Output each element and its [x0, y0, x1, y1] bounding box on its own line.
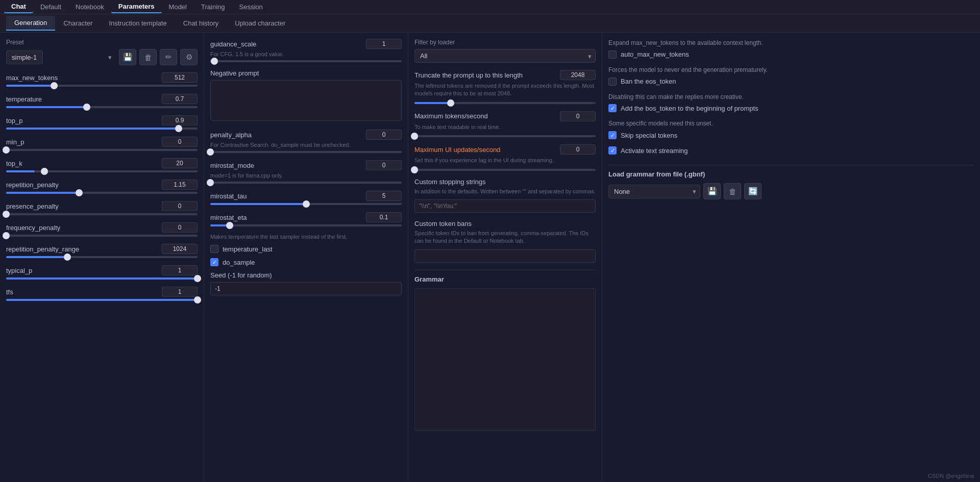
slider-top-k[interactable]: [6, 170, 198, 172]
slider-top-p[interactable]: [6, 128, 198, 130]
temperature-last-checkbox-row[interactable]: temperature_last: [210, 245, 402, 253]
max-tokens-second-value[interactable]: [560, 111, 596, 121]
mirostat-mode-value[interactable]: [366, 160, 402, 170]
mirostat-tau-value[interactable]: [366, 191, 402, 201]
grammar-select-wrap: None: [608, 185, 700, 198]
col-params: Preset simple-1 💾 🗑 ✏ ⚙ max_new_tokens: [0, 33, 204, 482]
stream-checkbox[interactable]: ✓: [608, 146, 617, 155]
tab-instruction-template[interactable]: Instruction template: [101, 16, 175, 30]
slider-mirostat-mode[interactable]: [210, 182, 402, 184]
slider-mirostat-eta[interactable]: [210, 224, 402, 226]
do-sample-checkbox-row[interactable]: ✓ do_sample: [210, 258, 402, 266]
grammar-textarea[interactable]: [414, 288, 596, 431]
max-ui-updates-value[interactable]: [560, 144, 596, 155]
param-name-presence-penalty: presence_penalty: [6, 202, 59, 210]
nav-training[interactable]: Training: [194, 1, 232, 13]
auto-max-label: auto_max_new_tokens: [621, 50, 689, 58]
ban-eos-checkbox[interactable]: [608, 78, 617, 86]
nav-parameters[interactable]: Parameters: [111, 1, 162, 13]
slider-max-new-tokens[interactable]: [6, 85, 198, 87]
seed-input[interactable]: [210, 282, 402, 295]
mirostat-eta-value[interactable]: [366, 212, 402, 222]
skip-special-checkbox-row[interactable]: ✓ Skip special tokens: [608, 131, 974, 139]
skip-special-label: Skip special tokens: [621, 132, 677, 139]
param-value-top-k[interactable]: [162, 158, 198, 168]
temperature-last-checkbox[interactable]: [210, 245, 218, 253]
bos-checkbox[interactable]: ✓: [608, 104, 617, 112]
param-value-typical-p[interactable]: [162, 265, 198, 275]
param-value-min-p[interactable]: [162, 137, 198, 147]
nav-chat[interactable]: Chat: [4, 1, 33, 13]
custom-stopping-input[interactable]: [414, 199, 596, 213]
slider-tfs[interactable]: [6, 299, 198, 301]
skip-special-checkbox[interactable]: ✓: [608, 131, 617, 139]
tab-upload-character[interactable]: Upload character: [227, 16, 293, 30]
slider-mirostat-tau[interactable]: [210, 203, 402, 205]
preset-save-btn[interactable]: 💾: [119, 49, 136, 65]
slider-presence-penalty[interactable]: [6, 213, 198, 215]
slider-min-p[interactable]: [6, 149, 198, 151]
param-value-top-p[interactable]: [162, 115, 198, 125]
guidance-scale-section: guidance_scale For CFG. 1.5 is a good va…: [210, 39, 402, 62]
preset-icon4-btn[interactable]: ⚙: [180, 49, 198, 65]
nav-default[interactable]: Default: [33, 1, 68, 13]
param-max-new-tokens: max_new_tokens: [6, 72, 198, 87]
grammar-delete-btn[interactable]: 🗑: [724, 183, 741, 199]
slider-penalty-alpha[interactable]: [210, 151, 402, 153]
param-value-tfs[interactable]: [162, 287, 198, 297]
slider-max-ui-updates[interactable]: [414, 169, 596, 171]
guidance-scale-sublabel: For CFG. 1.5 is a good value.: [210, 51, 402, 57]
slider-repetition-penalty-range[interactable]: [6, 256, 198, 258]
nav-model[interactable]: Model: [162, 1, 194, 13]
bos-checkbox-row[interactable]: ✓ Add the bos_token to the beginning of …: [608, 104, 974, 112]
slider-temperature[interactable]: [6, 106, 198, 108]
filter-loader-label: Filter by loader: [414, 39, 596, 46]
tab-generation[interactable]: Generation: [6, 16, 55, 31]
guidance-scale-value[interactable]: [366, 39, 402, 49]
param-name-max-new-tokens: max_new_tokens: [6, 74, 58, 82]
preset-select[interactable]: simple-1: [6, 50, 43, 64]
do-sample-checkbox[interactable]: ✓: [210, 258, 218, 266]
filter-loader-select[interactable]: All: [414, 49, 596, 63]
negative-prompt-input[interactable]: [210, 80, 402, 121]
slider-guidance-scale[interactable]: [210, 60, 402, 62]
tab-chat-history[interactable]: Chat history: [175, 16, 227, 30]
param-value-frequency-penalty[interactable]: [162, 222, 198, 233]
stream-checkbox-row[interactable]: ✓ Activate text streaming: [608, 146, 974, 155]
grammar-divider: [414, 270, 596, 270]
preset-icon3-btn[interactable]: ✏: [160, 49, 177, 65]
auto-max-checkbox-row[interactable]: auto_max_new_tokens: [608, 50, 974, 59]
slider-max-tokens-second[interactable]: [414, 135, 596, 137]
grammar-refresh-btn[interactable]: 🔄: [744, 183, 762, 199]
custom-token-bans-input[interactable]: [414, 249, 596, 263]
custom-token-bans-title: Custom token bans: [414, 220, 596, 227]
do-sample-cb-label: do_sample: [223, 259, 255, 266]
param-value-presence-penalty[interactable]: [162, 201, 198, 211]
param-name-tfs: tfs: [6, 288, 13, 296]
param-value-repetition-penalty-range[interactable]: [162, 244, 198, 254]
ban-eos-checkbox-row[interactable]: Ban the eos_token: [608, 78, 974, 86]
param-presence-penalty: presence_penalty: [6, 201, 198, 215]
nav-session[interactable]: Session: [232, 1, 270, 13]
grammar-select[interactable]: None: [608, 185, 700, 198]
param-temperature: temperature: [6, 94, 198, 108]
slider-repetition-penalty[interactable]: [6, 192, 198, 194]
tab-character[interactable]: Character: [55, 16, 101, 30]
slider-typical-p[interactable]: [6, 277, 198, 280]
max-tokens-second-section: Maximum tokens/second To make text reada…: [414, 111, 596, 137]
grammar-save-btn[interactable]: 💾: [703, 183, 721, 199]
custom-token-bans-section: Custom token bans Specific token IDs to …: [414, 220, 596, 263]
auto-max-checkbox[interactable]: [608, 50, 617, 59]
truncate-value[interactable]: [560, 70, 596, 80]
slider-truncate[interactable]: [414, 102, 596, 104]
bos-desc: Disabling this can make the replies more…: [608, 93, 974, 102]
param-value-max-new-tokens[interactable]: [162, 72, 198, 83]
preset-icon2-btn[interactable]: 🗑: [139, 49, 157, 65]
nav-notebook[interactable]: Notebook: [68, 1, 111, 13]
ban-eos-desc: Forces the model to never end the genera…: [608, 66, 974, 74]
penalty-alpha-value[interactable]: [366, 130, 402, 140]
param-value-repetition-penalty[interactable]: [162, 180, 198, 190]
mirostat-eta-label: mirostat_eta: [210, 214, 247, 221]
param-value-temperature[interactable]: [162, 94, 198, 104]
slider-frequency-penalty[interactable]: [6, 235, 198, 237]
